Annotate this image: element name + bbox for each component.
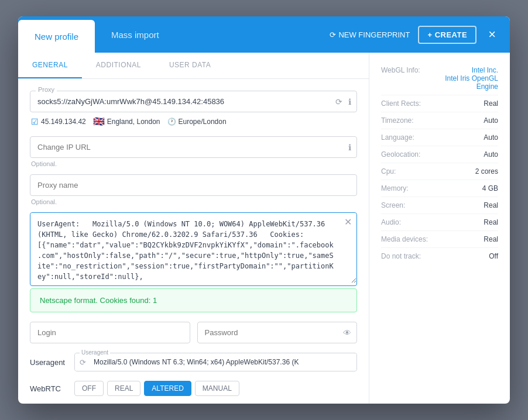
right-key-audio: Audio: [381, 218, 401, 226]
right-val-language: Auto [484, 133, 498, 142]
right-row-do-not-track: Do not track: Off [381, 248, 498, 264]
right-val-screen: Real [484, 201, 498, 209]
proxy-country: 🇬🇧 England, London [93, 116, 160, 127]
useragent-refresh-icon: ⟳ [80, 358, 86, 367]
new-fingerprint-button[interactable]: ⟳ NEW FINGERPRINT [324, 27, 416, 43]
sub-tab-general[interactable]: GENERAL [18, 53, 82, 78]
useragent-row: Useragent Useragent ⟳ [30, 353, 357, 371]
right-val-do-not-track: Off [489, 252, 498, 260]
right-row-webgl: WebGL Info: Intel Inc.Intel Iris OpenGL … [381, 62, 498, 95]
right-row-media-devices: Media devices: Real [381, 231, 498, 248]
proxy-label: Proxy [36, 86, 57, 93]
proxy-input[interactable] [30, 91, 357, 112]
modal-header: New profile Mass import ⟳ NEW FINGERPRIN… [18, 16, 510, 53]
webrtc-options: OFF REAL ALTERED MANUAL [74, 381, 239, 396]
right-val-memory: 4 GB [482, 184, 498, 192]
webrtc-real-button[interactable]: REAL [107, 381, 140, 396]
form-section: Proxy ⟳ ℹ ☑ 45.149.134.42 🇬🇧 Engl [18, 91, 369, 396]
right-val-timezone: Auto [484, 116, 498, 125]
proxy-ip: ☑ 45.149.134.42 [31, 117, 86, 126]
right-panel: WebGL Info: Intel Inc.Intel Iris OpenGL … [369, 53, 510, 404]
webrtc-off-button[interactable]: OFF [74, 381, 104, 396]
right-row-timezone: Timezone: Auto [381, 112, 498, 129]
password-icons: 👁 [342, 327, 352, 339]
right-row-audio: Audio: Real [381, 214, 498, 231]
proxy-refresh-icon[interactable]: ⟳ [334, 96, 344, 108]
right-row-cpu: Cpu: 2 cores [381, 163, 498, 180]
modal-container: New profile Mass import ⟳ NEW FINGERPRIN… [18, 16, 510, 404]
proxy-info-icon[interactable]: ℹ [347, 96, 352, 108]
useragent-input-wrap: Useragent ⟳ [74, 353, 357, 371]
success-banner: Netscape format. Cookies found: 1 [30, 288, 357, 312]
right-key-geolocation: Geolocation: [381, 150, 420, 159]
sub-tab-additional[interactable]: ADDITIONAL [82, 53, 155, 78]
password-field-group: 👁 [197, 322, 358, 343]
modal-body: GENERAL ADDITIONAL USER DATA Proxy ⟳ ℹ [18, 53, 510, 404]
change-ip-url-input[interactable] [30, 136, 357, 158]
right-val-audio: Real [484, 218, 498, 226]
proxy-timezone: 🕐 Europe/London [167, 118, 227, 126]
proxy-meta: ☑ 45.149.134.42 🇬🇧 England, London 🕐 Eur… [30, 116, 357, 127]
right-key-memory: Memory: [381, 184, 409, 192]
close-button[interactable]: × [484, 25, 500, 44]
right-key-cpu: Cpu: [381, 167, 396, 175]
globe-icon: 🕐 [167, 118, 176, 126]
proxy-name-input[interactable] [30, 174, 357, 196]
change-ip-info-icon[interactable]: ℹ [347, 142, 352, 153]
login-field-group [30, 322, 190, 343]
right-row-screen: Screen: Real [381, 197, 498, 214]
webrtc-manual-button[interactable]: MANUAL [195, 381, 239, 396]
useragent-textarea[interactable]: UserAgent: Mozilla/5.0 (Windows NT 10.0;… [30, 213, 356, 283]
right-key-client-rects: Client Rects: [381, 99, 421, 108]
password-input[interactable] [197, 322, 358, 343]
right-row-geolocation: Geolocation: Auto [381, 146, 498, 163]
proxy-name-hint: Optional. [30, 198, 357, 205]
right-key-webgl: WebGL Info: [381, 66, 420, 74]
tab-new-profile[interactable]: New profile [18, 20, 95, 53]
proxy-name-group [30, 174, 357, 196]
login-input[interactable] [30, 322, 190, 343]
change-ip-url-icons: ℹ [347, 142, 352, 153]
useragent-field-label: Useragent [80, 349, 110, 356]
right-val-client-rects: Real [484, 99, 498, 108]
webrtc-row: WebRTC OFF REAL ALTERED MANUAL [30, 381, 357, 396]
right-val-cpu: 2 cores [475, 167, 498, 175]
password-toggle-icon[interactable]: 👁 [342, 327, 352, 339]
right-panel-items: WebGL Info: Intel Inc.Intel Iris OpenGL … [381, 62, 498, 264]
header-actions: ⟳ NEW FINGERPRINT + CREATE × [324, 25, 510, 44]
proxy-input-icons: ⟳ ℹ [334, 96, 352, 108]
textarea-clear-button[interactable]: ✕ [344, 218, 352, 227]
right-row-memory: Memory: 4 GB [381, 180, 498, 197]
useragent-row-label: Useragent [30, 358, 67, 367]
useragent-input[interactable] [75, 353, 356, 371]
change-ip-url-group: ℹ [30, 136, 357, 158]
right-val-geolocation: Auto [484, 150, 498, 159]
sub-tabs: GENERAL ADDITIONAL USER DATA [18, 53, 369, 79]
tab-mass-import[interactable]: Mass import [95, 16, 176, 53]
right-key-screen: Screen: [381, 201, 405, 209]
sub-tab-user-data[interactable]: USER DATA [155, 53, 225, 78]
check-icon: ☑ [31, 117, 39, 126]
flag-icon: 🇬🇧 [93, 116, 105, 127]
login-password-row: 👁 [30, 322, 357, 343]
right-key-media-devices: Media devices: [381, 235, 428, 243]
proxy-field-group: Proxy ⟳ ℹ [30, 91, 357, 112]
change-ip-url-hint: Optional. [30, 160, 357, 167]
useragent-textarea-container: UserAgent: Mozilla/5.0 (Windows NT 10.0;… [30, 212, 357, 286]
left-panel: GENERAL ADDITIONAL USER DATA Proxy ⟳ ℹ [18, 53, 369, 404]
webrtc-row-label: WebRTC [30, 384, 67, 393]
right-key-language: Language: [381, 133, 414, 142]
right-key-timezone: Timezone: [381, 116, 414, 125]
right-val-webgl: Intel Inc.Intel Iris OpenGL Engine [422, 66, 498, 91]
right-row-language: Language: Auto [381, 129, 498, 146]
fingerprint-icon: ⟳ [330, 30, 336, 39]
create-button[interactable]: + CREATE [418, 26, 476, 44]
webrtc-altered-button[interactable]: ALTERED [144, 381, 191, 396]
right-key-do-not-track: Do not track: [381, 252, 421, 260]
right-row-client-rects: Client Rects: Real [381, 95, 498, 112]
right-val-media-devices: Real [484, 235, 498, 243]
